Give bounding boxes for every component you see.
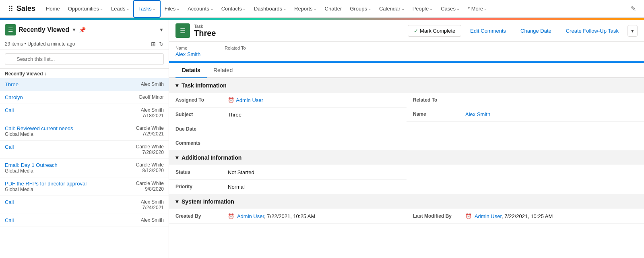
panel-dropdown[interactable]: ▼ bbox=[159, 27, 164, 33]
task-header-actions: ✓ Mark Complete Edit Comments Change Dat… bbox=[408, 25, 638, 37]
nav-item-people[interactable]: People⌄ bbox=[409, 0, 437, 18]
nav-chevron-icon: ⌄ bbox=[210, 6, 213, 11]
system-information-section: ▾ System Information Created By ⏰ Admin … bbox=[169, 194, 644, 224]
last-modified-link[interactable]: Admin User bbox=[475, 213, 502, 219]
nav-item-reports[interactable]: Reports⌄ bbox=[290, 0, 321, 18]
list-item-right-name: Geoff Minor bbox=[139, 94, 164, 100]
list-item-name: Email: Day 1 Outreach bbox=[5, 162, 58, 168]
user-clock-icon: ⏰ bbox=[228, 97, 234, 103]
name-value[interactable]: Alex Smith bbox=[175, 51, 200, 57]
nav-item-files[interactable]: Files⌄ bbox=[161, 0, 184, 18]
list-icon: ☰ bbox=[5, 24, 16, 35]
list-item[interactable]: Call: Reviewed current needsGlobal Media… bbox=[0, 122, 169, 141]
nav-chevron-icon: ⌄ bbox=[429, 6, 433, 11]
field-last-modified-by: Last Modified By ⏰ Admin User, 7/22/2021… bbox=[407, 209, 644, 224]
tab-related[interactable]: Related bbox=[207, 63, 239, 78]
nav-edit-icon[interactable]: ✎ bbox=[626, 5, 641, 12]
system-information-header[interactable]: ▾ System Information bbox=[169, 194, 644, 209]
list-item[interactable]: CallCarole White7/28/2020 bbox=[0, 141, 169, 159]
actions-dropdown-button[interactable]: ▾ bbox=[627, 25, 638, 37]
list-item-right-name: Carole White bbox=[136, 181, 164, 186]
refresh-icon[interactable]: ↻ bbox=[159, 41, 164, 47]
list-item[interactable]: CallAlex Smith7/18/2021 bbox=[0, 104, 169, 122]
nav-label: People bbox=[413, 6, 429, 12]
tab-details[interactable]: Details bbox=[175, 63, 207, 78]
status-label: Status bbox=[175, 169, 228, 175]
nav-item--more[interactable]: * More⌄ bbox=[464, 0, 491, 18]
last-modified-value: ⏰ Admin User, 7/22/2021, 10:25 AM bbox=[465, 213, 638, 219]
task-information-header[interactable]: ▾ Task Information bbox=[169, 78, 644, 93]
list-item-right-name: Carole White bbox=[136, 162, 164, 168]
list-item[interactable]: ThreeAlex Smith bbox=[0, 78, 169, 91]
list-item-sub: Global Media bbox=[5, 168, 58, 174]
nav-label: Calendar bbox=[379, 6, 400, 12]
change-date-button[interactable]: Change Date bbox=[515, 25, 557, 36]
nav-item-groups[interactable]: Groups⌄ bbox=[346, 0, 375, 18]
nav-item-opportunities[interactable]: Opportunities⌄ bbox=[64, 0, 107, 18]
comments-label: Comments bbox=[175, 140, 228, 146]
created-by-link[interactable]: Admin User bbox=[237, 213, 264, 219]
items-count: 29 items • Updated a minute ago bbox=[5, 41, 75, 47]
search-wrap bbox=[5, 53, 164, 65]
related-to-field-label: Related To bbox=[413, 97, 465, 103]
nav-item-home[interactable]: Home bbox=[42, 0, 64, 18]
assigned-to-value[interactable]: ⏰Admin User bbox=[228, 97, 400, 103]
task-information-body: Assigned To ⏰Admin User ✎ Subject Three … bbox=[169, 93, 644, 150]
create-followup-button[interactable]: Create Follow-Up Task bbox=[560, 25, 624, 36]
list-item-right-name: Alex Smith bbox=[141, 217, 164, 223]
priority-value: Normal bbox=[228, 184, 400, 190]
list-item-right: Carole White8/13/2020 bbox=[136, 162, 164, 173]
field-name: Name Alex Smith ✎ bbox=[407, 107, 644, 122]
subheader-icons: ⊞ ↻ bbox=[151, 41, 164, 47]
additional-information-header[interactable]: ▾ Additional Information bbox=[169, 150, 644, 165]
additional-info-right bbox=[407, 165, 644, 194]
nav-chevron-icon: ⌄ bbox=[314, 6, 317, 11]
search-input[interactable] bbox=[5, 53, 164, 65]
list-item-right: Alex Smith7/18/2021 bbox=[141, 107, 164, 119]
list-header-row: Recently Viewed ↓ bbox=[0, 69, 169, 78]
list-item[interactable]: Email: Day 1 OutreachGlobal MediaCarole … bbox=[0, 159, 169, 177]
app-launcher[interactable]: ⠿ Sales bbox=[3, 4, 42, 13]
nav-label: Tasks bbox=[138, 6, 151, 12]
name-label: Name bbox=[175, 46, 200, 50]
field-due-date: Due Date ✎ bbox=[169, 122, 407, 136]
list-item-right: Alex Smith bbox=[141, 81, 164, 87]
list-item[interactable]: CallAlex Smith bbox=[0, 214, 169, 227]
list-item-right-name: Alex Smith bbox=[141, 107, 164, 113]
edit-comments-button[interactable]: Edit Comments bbox=[464, 25, 512, 36]
list-item-name: Carolyn bbox=[5, 94, 23, 100]
title-chevron[interactable]: ▼ bbox=[72, 27, 76, 33]
mark-complete-button[interactable]: ✓ Mark Complete bbox=[408, 25, 461, 37]
list-items: ThreeAlex SmithCarolynGeoff MinorCallAle… bbox=[0, 78, 169, 258]
nav-item-calendar[interactable]: Calendar⌄ bbox=[375, 0, 409, 18]
nav-item-contacts[interactable]: Contacts⌄ bbox=[217, 0, 250, 18]
nav-item-dashboards[interactable]: Dashboards⌄ bbox=[250, 0, 290, 18]
list-sort-icon[interactable]: ↓ bbox=[45, 71, 47, 77]
task-icon: ☰ bbox=[175, 23, 190, 38]
additional-info-toggle: ▾ bbox=[175, 154, 178, 161]
list-item[interactable]: PDF the RFPs for director approvalGlobal… bbox=[0, 177, 169, 196]
view-toggle-icon[interactable]: ⊞ bbox=[151, 41, 156, 47]
list-item-right: Alex Smith7/24/2021 bbox=[141, 199, 164, 210]
additional-information-body: Status Not Started ✎ Priority Normal ✎ bbox=[169, 165, 644, 194]
list-item-right-name: Carole White bbox=[136, 125, 164, 131]
nav-item-chatter[interactable]: Chatter bbox=[321, 0, 346, 18]
nav-item-accounts[interactable]: Accounts⌄ bbox=[184, 0, 217, 18]
related-to-label: Related To bbox=[225, 46, 246, 50]
list-item-right-name: Alex Smith bbox=[141, 199, 164, 205]
last-modified-clock-icon: ⏰ bbox=[465, 213, 472, 219]
system-info-title: System Information bbox=[182, 198, 234, 205]
right-panel: ☰ Task Three ✓ Mark Complete Edit Commen… bbox=[169, 20, 644, 258]
nav-item-tasks[interactable]: Tasks⌄ bbox=[133, 0, 160, 18]
list-item-right-name: Carole White bbox=[136, 144, 164, 150]
task-info-title: Task Information bbox=[182, 82, 227, 89]
nav-item-leads[interactable]: Leads⌄ bbox=[107, 0, 133, 18]
check-icon: ✓ bbox=[414, 28, 418, 34]
nav-item-cases[interactable]: Cases⌄ bbox=[437, 0, 464, 18]
nav-label: Opportunities bbox=[68, 6, 99, 12]
list-item[interactable]: CarolynGeoff Minor bbox=[0, 91, 169, 104]
name-field-value[interactable]: Alex Smith bbox=[465, 111, 638, 117]
list-item-right: Geoff Minor bbox=[139, 94, 164, 100]
list-item[interactable]: CallAlex Smith7/24/2021 bbox=[0, 196, 169, 214]
tabs-bar: DetailsRelated bbox=[169, 63, 644, 78]
